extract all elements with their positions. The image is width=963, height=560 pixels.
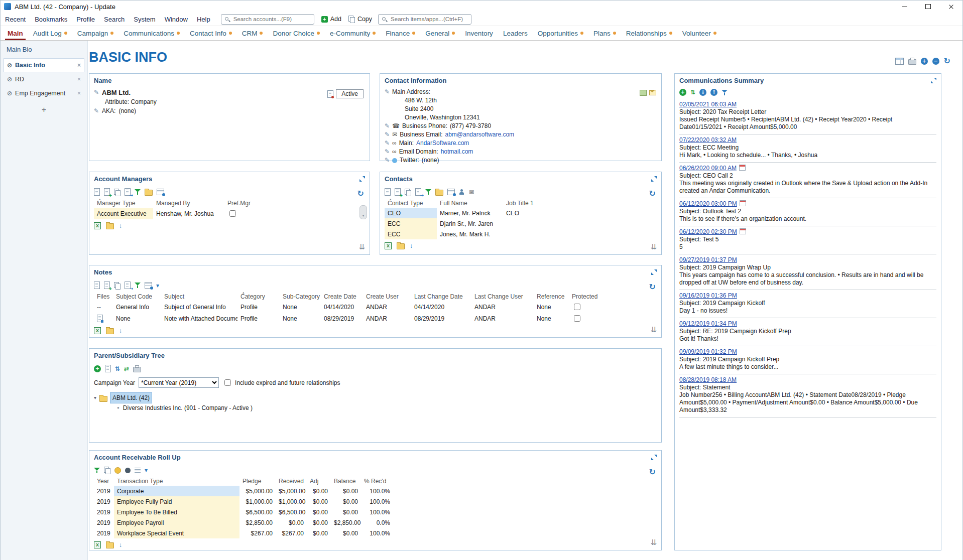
last-page-icon[interactable]: ⇊ bbox=[650, 538, 657, 547]
copy-record-icon[interactable] bbox=[114, 282, 121, 289]
last-page-icon[interactable]: ⇊ bbox=[650, 242, 657, 251]
copy-button[interactable]: Copy bbox=[348, 16, 372, 23]
send-mail-icon[interactable]: ✉ bbox=[469, 189, 474, 196]
column-header[interactable]: Managed By bbox=[153, 199, 224, 208]
open-folder-icon[interactable] bbox=[106, 223, 114, 229]
edit-icon[interactable]: ✎ bbox=[385, 130, 390, 139]
maximize-button[interactable] bbox=[916, 1, 939, 13]
edit-icon[interactable]: ✎ bbox=[385, 122, 390, 130]
column-header[interactable]: Job Title 1 bbox=[503, 199, 558, 208]
attachment-icon[interactable] bbox=[97, 315, 103, 322]
collapse-panel-icon[interactable] bbox=[359, 176, 365, 182]
print-icon[interactable] bbox=[133, 367, 141, 372]
download-icon[interactable]: ↓ bbox=[119, 327, 122, 334]
add-communication-icon[interactable]: + bbox=[679, 89, 686, 96]
column-header[interactable]: Subject Code bbox=[113, 292, 161, 301]
communication-date-link[interactable]: 07/22/2020 03:32 AM bbox=[679, 136, 737, 144]
column-header[interactable]: % Rec'd bbox=[361, 477, 393, 486]
tab-donor-choice[interactable]: Donor Choice bbox=[268, 26, 325, 40]
history-icon[interactable] bbox=[125, 468, 131, 473]
add-record-icon[interactable] bbox=[104, 282, 110, 289]
column-header[interactable]: ▴Manager Type bbox=[94, 199, 153, 208]
menu-system[interactable]: System bbox=[129, 16, 160, 23]
table-row[interactable]: ECC Jones, Mr. Mark H. bbox=[385, 229, 646, 239]
table-row[interactable]: -- General Info Subject of General Info … bbox=[94, 301, 626, 313]
zoom-out-icon[interactable]: − bbox=[932, 58, 939, 65]
filter-icon[interactable] bbox=[721, 89, 728, 96]
filter-icon[interactable] bbox=[94, 467, 100, 474]
email-link[interactable]: abm@andarsoftware.com bbox=[445, 130, 515, 139]
filter-icon[interactable] bbox=[135, 282, 141, 289]
tab-audit-log[interactable]: Audit Log bbox=[28, 26, 72, 40]
communication-date-link[interactable]: 09/27/2019 01:37 PM bbox=[679, 256, 737, 263]
close-tab-icon[interactable]: × bbox=[77, 62, 81, 69]
communication-date-link[interactable]: 09/09/2019 01:32 PM bbox=[679, 348, 737, 355]
tab-leaders[interactable]: Leaders bbox=[498, 26, 533, 40]
column-header[interactable]: Year bbox=[94, 477, 114, 486]
table-row[interactable]: CEO Marner, Mr. Patrick CEO bbox=[385, 208, 646, 218]
collapse-panel-icon[interactable] bbox=[651, 176, 657, 182]
table-row[interactable]: 2019 Employee Payroll $2,850.00 $0.00 $0… bbox=[94, 517, 403, 528]
refresh-grid-icon[interactable]: ↻ bbox=[649, 282, 656, 292]
folder-icon[interactable] bbox=[145, 190, 153, 196]
sync-icon[interactable]: ⇄ bbox=[124, 365, 129, 372]
tab-main[interactable]: Main bbox=[3, 26, 28, 40]
folder-icon[interactable] bbox=[435, 190, 443, 196]
pref-mgr-checkbox[interactable] bbox=[229, 210, 236, 217]
tab-volunteer[interactable]: Volunteer bbox=[677, 26, 721, 40]
menu-recent[interactable]: Recent bbox=[1, 16, 30, 23]
download-icon[interactable]: ↓ bbox=[119, 541, 122, 548]
minimize-button[interactable] bbox=[893, 1, 916, 13]
last-page-icon[interactable]: ⇊ bbox=[358, 242, 365, 251]
new-record-icon[interactable] bbox=[94, 282, 100, 289]
open-folder-icon[interactable] bbox=[397, 243, 405, 249]
communication-date-link[interactable]: 02/05/2021 06:03 AM bbox=[679, 101, 737, 108]
column-header[interactable]: Pref.Mgr bbox=[224, 199, 261, 208]
tab-contact-info[interactable]: Contact Info bbox=[185, 26, 237, 40]
tab-general[interactable]: General bbox=[420, 26, 460, 40]
table-row[interactable]: 2019 Corporate $5,000.00 $5,000.00 $0.00… bbox=[94, 486, 403, 496]
include-expired-checkbox[interactable] bbox=[224, 379, 231, 386]
more-tools-icon[interactable]: ▾ bbox=[145, 467, 148, 474]
app-search-input[interactable] bbox=[390, 16, 468, 23]
tab-plans[interactable]: Plans bbox=[588, 26, 621, 40]
tree-child-node[interactable]: Diverse Industries Inc. (901 - Company -… bbox=[123, 403, 253, 413]
refresh-icon[interactable]: ↻ bbox=[944, 56, 950, 66]
contact-grid-icon[interactable] bbox=[447, 189, 455, 195]
column-header[interactable]: Protected bbox=[569, 292, 607, 301]
open-record-icon[interactable] bbox=[125, 282, 131, 289]
new-record-icon[interactable] bbox=[385, 188, 391, 196]
add-view-button[interactable]: + bbox=[4, 100, 84, 114]
edit-icon[interactable]: ✎ bbox=[385, 148, 390, 156]
last-page-icon[interactable]: ⇊ bbox=[650, 325, 657, 334]
refresh-grid-icon[interactable]: ↻ bbox=[649, 189, 656, 198]
menu-window[interactable]: Window bbox=[160, 16, 192, 23]
copy-record-icon[interactable] bbox=[104, 467, 110, 474]
filter-icon[interactable] bbox=[135, 189, 141, 195]
more-tools-icon[interactable]: ▾ bbox=[156, 282, 159, 289]
table-row[interactable]: 2019 Employee To Be Billed $6,500.00 $6,… bbox=[94, 507, 403, 517]
column-header[interactable]: Subject bbox=[161, 292, 237, 301]
column-header[interactable]: Sub-Category bbox=[280, 292, 321, 301]
communication-date-link[interactable]: 09/16/2019 01:36 PM bbox=[679, 292, 737, 299]
table-row[interactable]: 2019 Workplace Special Event $267.00 $26… bbox=[94, 528, 403, 538]
collapse-panel-icon[interactable] bbox=[651, 269, 657, 275]
notes-grid-icon[interactable] bbox=[145, 282, 152, 289]
filter-icon[interactable] bbox=[425, 189, 431, 195]
protected-checkbox[interactable] bbox=[574, 315, 580, 322]
close-tab-icon[interactable]: × bbox=[77, 90, 81, 97]
export-excel-icon[interactable]: X bbox=[94, 541, 101, 548]
tab-crm[interactable]: CRM bbox=[237, 26, 268, 40]
column-header[interactable]: Last Change Date bbox=[411, 292, 471, 301]
menu-profile[interactable]: Profile bbox=[72, 16, 99, 23]
refresh-grid-icon[interactable]: ↻ bbox=[357, 189, 364, 198]
column-header[interactable]: Received bbox=[276, 477, 307, 486]
edit-icon[interactable]: ✎ bbox=[385, 156, 390, 165]
menu-bookmarks[interactable]: Bookmarks bbox=[30, 16, 72, 23]
add-record-icon[interactable] bbox=[104, 188, 110, 196]
column-header[interactable]: Create Date bbox=[321, 292, 363, 301]
close-button[interactable] bbox=[939, 1, 962, 13]
map-icon[interactable] bbox=[640, 90, 647, 96]
copy-record-icon[interactable] bbox=[405, 189, 411, 196]
tree-root-node[interactable]: ABM Ltd. (42) bbox=[110, 393, 152, 403]
